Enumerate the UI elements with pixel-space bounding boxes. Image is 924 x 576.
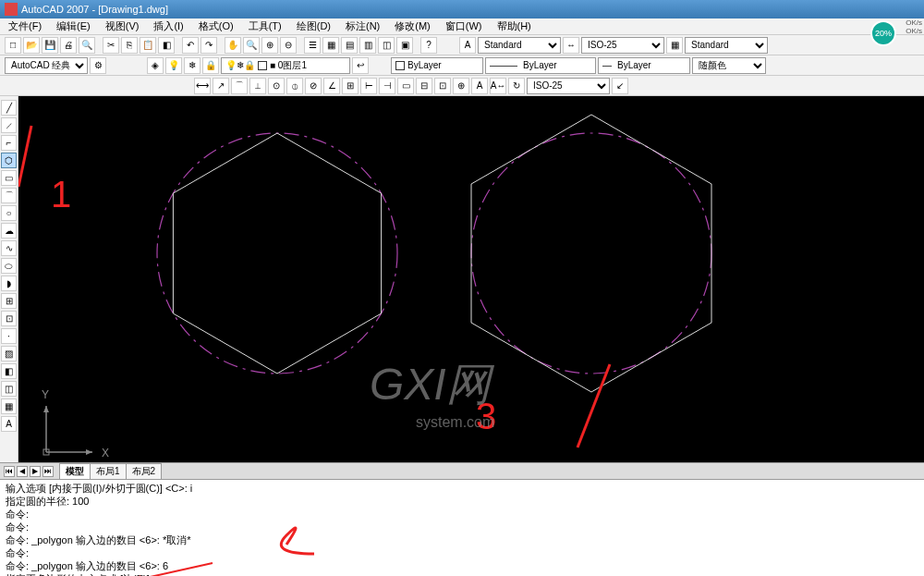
tab-next-icon[interactable]: ▶ — [30, 466, 41, 477]
plotstyle-select[interactable]: 随颜色 — [692, 57, 766, 74]
command-window[interactable]: 输入选项 [内接于圆(I)/外切于圆(C)] <C>: i 指定圆的半径: 10… — [0, 479, 924, 576]
match-icon[interactable]: ◧ — [158, 37, 175, 54]
ellipse-arc-icon[interactable]: ◗ — [1, 276, 17, 291]
layer-on-icon[interactable]: 💡 — [165, 57, 182, 74]
dim-quick-icon[interactable]: ⊞ — [342, 78, 359, 94]
text-style-select[interactable]: Standard — [478, 37, 561, 54]
dim-arc-icon[interactable]: ⌒ — [231, 78, 248, 94]
designcenter-icon[interactable]: ▦ — [322, 37, 339, 54]
dim-jogged-icon[interactable]: ⦶ — [286, 78, 303, 94]
tab-layout2[interactable]: 布局2 — [126, 463, 163, 480]
xline-icon[interactable]: ⟋ — [1, 117, 17, 133]
drawing-canvas[interactable]: X Y 1 3 GXI网 system.com — [18, 96, 924, 462]
rectangle-icon[interactable]: ▭ — [1, 170, 17, 186]
dim-style-dropdown[interactable]: ISO-25 — [527, 78, 610, 94]
undo-icon[interactable]: ↶ — [182, 37, 199, 54]
dim-angular-icon[interactable]: ∠ — [323, 78, 340, 94]
tab-model[interactable]: 模型 — [59, 463, 91, 480]
point-icon[interactable]: · — [1, 328, 17, 344]
zoom-prev-icon[interactable]: ⊖ — [280, 37, 297, 54]
gradient-icon[interactable]: ◧ — [1, 363, 17, 379]
table-icon[interactable]: ▦ — [1, 398, 17, 414]
calc-icon[interactable]: ▣ — [396, 37, 413, 54]
layer-manager-icon[interactable]: ◈ — [147, 57, 164, 74]
menu-insert[interactable]: 插入(I) — [150, 19, 187, 33]
tab-prev-icon[interactable]: ◀ — [17, 466, 28, 477]
revcloud-icon[interactable]: ☁ — [1, 223, 17, 239]
dim-update-icon[interactable]: ↻ — [508, 78, 525, 94]
line-icon[interactable]: ╱ — [1, 100, 17, 116]
communication-badge[interactable]: 20% — [870, 20, 896, 46]
dim-style-select[interactable]: ISO-25 — [581, 37, 664, 54]
zoom-icon[interactable]: 🔍 — [243, 37, 260, 54]
tab-last-icon[interactable]: ⏭ — [43, 466, 54, 477]
new-icon[interactable]: □ — [5, 37, 21, 54]
layer-select[interactable]: 💡❄🔒 ■ 0图层1 — [221, 57, 350, 74]
block-insert-icon[interactable]: ⊞ — [1, 293, 17, 309]
dim-tedit-icon[interactable]: A↔ — [490, 78, 506, 94]
sheet-icon[interactable]: ▥ — [359, 37, 376, 54]
menu-modify[interactable]: 修改(M) — [391, 19, 434, 33]
workspace-settings-icon[interactable]: ⚙ — [90, 57, 106, 74]
dimstyle-icon[interactable]: ↔ — [563, 37, 579, 54]
workspace-select[interactable]: AutoCAD 经典 — [5, 57, 88, 74]
menu-format[interactable]: 格式(O) — [195, 19, 237, 33]
dim-baseline-icon[interactable]: ⊢ — [360, 78, 377, 94]
print-icon[interactable]: 🖨 — [60, 37, 77, 54]
menu-edit[interactable]: 编辑(E) — [53, 19, 94, 33]
ellipse-icon[interactable]: ⬭ — [1, 258, 17, 274]
dim-edit-icon[interactable]: A — [471, 78, 488, 94]
dim-diameter-icon[interactable]: ⊘ — [305, 78, 322, 94]
mtext-icon[interactable]: A — [1, 416, 17, 432]
color-select[interactable]: ByLayer — [391, 57, 483, 74]
center-mark-icon[interactable]: ⊕ — [453, 78, 469, 94]
layer-freeze-icon[interactable]: ❄ — [184, 57, 201, 74]
help-icon[interactable]: ? — [420, 37, 437, 54]
dim-linear-icon[interactable]: ⟷ — [194, 78, 211, 94]
toolpalette-icon[interactable]: ▤ — [341, 37, 358, 54]
markup-icon[interactable]: ◫ — [378, 37, 395, 54]
lineweight-select[interactable]: —ByLayer — [598, 57, 690, 74]
paste-icon[interactable]: 📋 — [140, 37, 156, 54]
spline-icon[interactable]: ∿ — [1, 240, 17, 256]
tolerance-icon[interactable]: ⊡ — [434, 78, 451, 94]
hatch-icon[interactable]: ▨ — [1, 346, 17, 362]
dim-radius-icon[interactable]: ⊙ — [268, 78, 285, 94]
dim-continue-icon[interactable]: ⊣ — [379, 78, 395, 94]
tab-layout1[interactable]: 布局1 — [90, 463, 127, 480]
layer-prev-icon[interactable]: ↩ — [352, 57, 369, 74]
pan-icon[interactable]: ✋ — [225, 37, 241, 54]
circle-icon[interactable]: ○ — [1, 205, 17, 221]
menu-tools[interactable]: 工具(T) — [245, 19, 286, 33]
copy-icon[interactable]: ⎘ — [121, 37, 138, 54]
dim-style-icon[interactable]: ↙ — [612, 78, 628, 94]
arc-icon[interactable]: ⌒ — [1, 188, 17, 203]
dim-aligned-icon[interactable]: ↗ — [213, 78, 229, 94]
menu-help[interactable]: 帮助(H) — [493, 19, 535, 33]
redo-icon[interactable]: ↷ — [201, 37, 217, 54]
menu-view[interactable]: 视图(V) — [102, 19, 143, 33]
save-icon[interactable]: 💾 — [42, 37, 58, 54]
polygon-icon[interactable]: ⬡ — [1, 153, 17, 168]
linetype-select[interactable]: ———ByLayer — [485, 57, 596, 74]
block-make-icon[interactable]: ⊡ — [1, 311, 17, 326]
tab-first-icon[interactable]: ⏮ — [4, 466, 15, 477]
properties-icon[interactable]: ☰ — [304, 37, 321, 54]
menu-dimension[interactable]: 标注(N) — [342, 19, 383, 33]
menu-file[interactable]: 文件(F) — [5, 19, 45, 33]
cut-icon[interactable]: ✂ — [103, 37, 119, 54]
dim-break-icon[interactable]: ⊟ — [416, 78, 432, 94]
dim-ordinate-icon[interactable]: ⟂ — [249, 78, 266, 94]
dim-space-icon[interactable]: ▭ — [397, 78, 414, 94]
textstyle-icon[interactable]: A — [459, 37, 476, 54]
menu-window[interactable]: 窗口(W) — [442, 19, 486, 33]
polyline-icon[interactable]: ⌐ — [1, 135, 17, 151]
layer-lock-icon[interactable]: 🔒 — [202, 57, 219, 74]
open-icon[interactable]: 📂 — [23, 37, 40, 54]
menu-draw[interactable]: 绘图(D) — [293, 19, 334, 33]
region-icon[interactable]: ◫ — [1, 381, 17, 397]
preview-icon[interactable]: 🔍 — [79, 37, 95, 54]
table-style-select[interactable]: Standard — [685, 37, 768, 54]
tablestyle-icon[interactable]: ▦ — [666, 37, 683, 54]
zoom-window-icon[interactable]: ⊕ — [261, 37, 278, 54]
